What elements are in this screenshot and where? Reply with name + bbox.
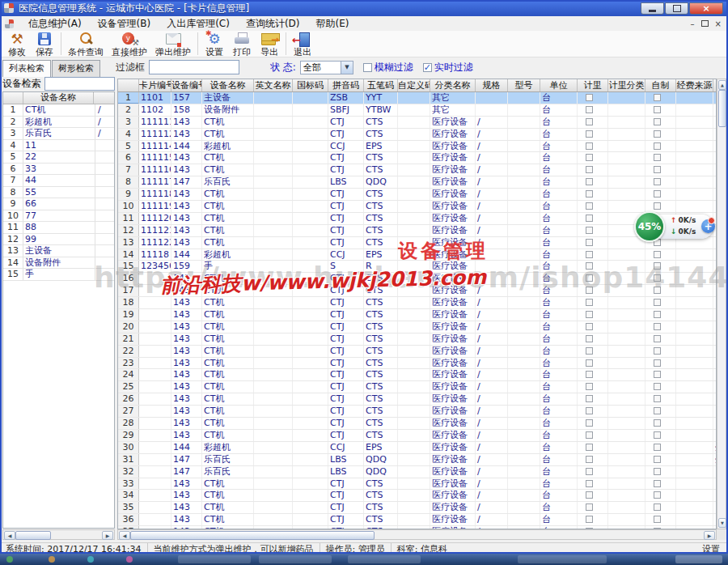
popup-maintain-button[interactable]: 弹出维护 — [151, 32, 195, 57]
checkbox-icon[interactable] — [654, 202, 661, 210]
checkbox-icon[interactable] — [586, 202, 593, 210]
checkbox-icon[interactable] — [654, 190, 661, 198]
chevron-down-icon[interactable]: ▼ — [341, 62, 353, 74]
checkbox-icon[interactable] — [586, 407, 593, 414]
checkbox-icon[interactable] — [654, 178, 661, 185]
sidebar-device-row[interactable]: 855 — [3, 187, 114, 199]
checkbox-icon[interactable] — [586, 130, 593, 138]
table-row[interactable]: 23143CT机CTJCTS医疗设备/台 — [118, 358, 716, 370]
table-row[interactable]: 11111120143CT机CTJCTS医疗设备/台 — [118, 213, 716, 225]
table-row[interactable]: 21102158设备附件SBFJYTBW其它台 — [118, 104, 716, 117]
menu-device-manage[interactable]: 设备管理(B) — [90, 16, 159, 32]
table-row[interactable]: 33143CT机CTJCTS医疗设备/台 — [118, 478, 716, 491]
table-row[interactable]: 18143CT机CTJCTS医疗设备/台 — [118, 297, 716, 309]
checkbox-icon[interactable] — [586, 178, 593, 185]
column-header[interactable]: 设备名称 — [202, 79, 254, 91]
taskbar-window-button[interactable] — [259, 555, 332, 563]
checkbox-icon[interactable] — [654, 456, 661, 463]
table-row[interactable]: 19143CT机CTJCTS医疗设备/台 — [118, 309, 716, 321]
scroll-thumb[interactable] — [15, 531, 51, 540]
exit-button[interactable]: ← 退出 — [289, 32, 316, 57]
export-button[interactable]: → 导出 — [256, 32, 283, 57]
checkbox-icon[interactable] — [654, 251, 661, 258]
save-button[interactable]: 保存 — [31, 32, 58, 57]
column-header[interactable]: 型号 — [508, 79, 540, 91]
mdi-window-controls[interactable]: – × — [691, 19, 722, 28]
taskbar-window-button[interactable] — [178, 555, 251, 563]
checkbox-icon[interactable] — [586, 468, 593, 475]
checkbox-icon[interactable] — [654, 311, 661, 318]
checkbox-icon[interactable] — [654, 431, 661, 439]
close-button[interactable]: × — [689, 2, 723, 15]
checkbox-icon[interactable] — [586, 227, 593, 234]
checkbox-icon[interactable] — [654, 444, 661, 451]
checkbox-icon[interactable] — [654, 491, 661, 499]
checkbox-icon[interactable] — [586, 383, 593, 390]
sidebar-device-row[interactable]: 744 — [3, 175, 114, 187]
table-row[interactable]: 29143CT机CTJCTS医疗设备/台 — [118, 430, 716, 442]
tab-tree-search[interactable]: 树形检索 — [52, 60, 100, 77]
menu-help[interactable]: 帮助(E) — [308, 16, 358, 32]
checkbox-icon[interactable] — [586, 166, 593, 173]
scroll-left-icon[interactable]: ◀ — [4, 531, 15, 540]
checkbox-icon[interactable] — [654, 154, 661, 161]
status-dropdown[interactable]: 全部 ▼ — [300, 61, 353, 74]
checkbox-icon[interactable] — [654, 118, 661, 125]
print-button[interactable]: 打印 — [228, 32, 256, 57]
table-row[interactable]: 11101157主设备ZSBYYT其它台 — [118, 92, 716, 104]
table-row[interactable]: 36143CT机CTJCTS医疗设备/台 — [118, 514, 716, 526]
checkbox-icon[interactable] — [586, 347, 593, 355]
sidebar-device-row[interactable]: 966 — [3, 198, 114, 210]
taskbar-window-button[interactable] — [348, 555, 421, 563]
statusbar-settings[interactable]: 设置 — [696, 543, 728, 554]
checkbox-icon[interactable] — [654, 299, 661, 306]
fuzzy-filter-checkbox[interactable] — [363, 63, 372, 72]
checkbox-icon[interactable] — [586, 106, 593, 113]
column-header[interactable]: 计里 — [578, 79, 608, 91]
checkbox-icon[interactable] — [586, 456, 593, 463]
checkbox-icon[interactable] — [586, 142, 593, 150]
minimize-button[interactable] — [641, 2, 664, 15]
checkbox-icon[interactable] — [654, 468, 661, 475]
column-header[interactable]: 计里分类 — [608, 79, 645, 91]
table-row[interactable]: 6111115143CT机CTJCTS医疗设备/台 — [118, 152, 716, 164]
checkbox-icon[interactable] — [586, 516, 593, 523]
checkbox-icon[interactable] — [654, 94, 661, 101]
table-row[interactable]: 32147乐百氏LBSQDQ医疗设备/台 — [118, 466, 716, 478]
checkbox-icon[interactable] — [586, 371, 593, 378]
checkbox-icon[interactable] — [586, 359, 593, 367]
column-header[interactable]: 设备编号 — [171, 79, 202, 91]
checkbox-icon[interactable] — [654, 480, 661, 487]
table-row[interactable]: 7111116143CT机CTJCTS医疗设备/台 — [118, 164, 716, 176]
menu-query-stats[interactable]: 查询统计(D) — [238, 16, 308, 32]
checkbox-icon[interactable] — [586, 419, 593, 427]
table-row[interactable]: 35143CT机CTJCTS医疗设备/台 — [118, 502, 716, 514]
table-row[interactable]: 91111188143CT机CTJCTS医疗设备/台 — [118, 189, 716, 201]
checkbox-icon[interactable] — [654, 419, 661, 427]
checkbox-icon[interactable] — [654, 516, 661, 523]
checkbox-icon[interactable] — [586, 431, 593, 439]
checkbox-icon[interactable] — [654, 347, 661, 355]
column-header[interactable]: 卡片编号 — [139, 79, 171, 91]
checkbox-icon[interactable] — [654, 335, 661, 342]
os-taskbar[interactable] — [0, 554, 728, 565]
checkbox-icon[interactable] — [586, 251, 593, 258]
checkbox-icon[interactable] — [586, 335, 593, 342]
checkbox-icon[interactable] — [586, 311, 593, 318]
sidebar-device-row[interactable]: 13主设备 — [3, 245, 114, 257]
edit-button[interactable]: ⚒ 修改 — [3, 32, 31, 57]
table-row[interactable]: 26143CT机CTJCTS医疗设备/台 — [118, 393, 716, 406]
scroll-up-icon[interactable]: ▲ — [718, 80, 726, 90]
sidebar-device-row[interactable]: 1CT机/ — [3, 104, 114, 117]
table-row[interactable]: 10111119143CT机CTJCTS医疗设备/台 — [118, 201, 716, 213]
checkbox-icon[interactable] — [654, 395, 661, 402]
column-header[interactable]: 英文名称 — [254, 79, 293, 91]
direct-maintain-button[interactable]: y⚒ 直接维护 — [108, 32, 151, 57]
table-row[interactable]: 24143CT机CTJCTS医疗设备/台 — [118, 369, 716, 381]
condition-query-button[interactable]: 条件查询 — [64, 32, 108, 57]
column-header[interactable]: 规格 — [476, 79, 508, 91]
checkbox-icon[interactable] — [586, 190, 593, 198]
checkbox-icon[interactable] — [654, 130, 661, 138]
taskbar-window-button[interactable] — [518, 555, 607, 563]
column-header[interactable]: 自定义码 — [398, 79, 430, 91]
